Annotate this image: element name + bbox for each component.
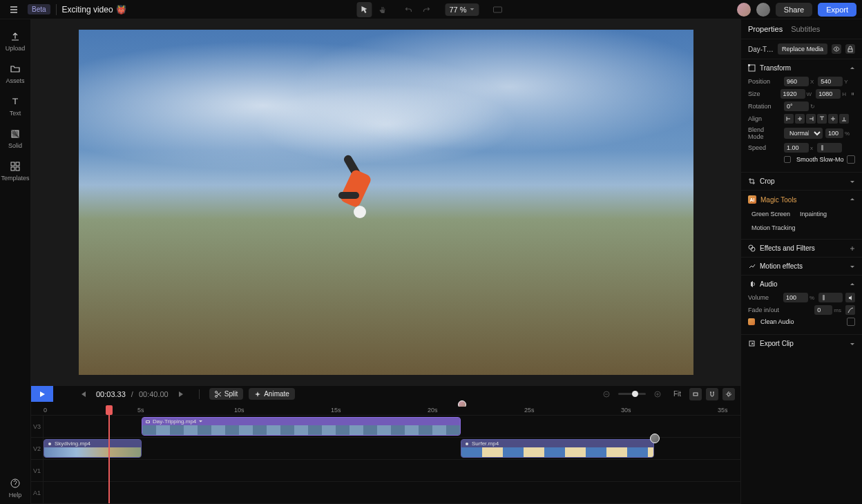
position-x-input[interactable] xyxy=(784,77,809,86)
playhead[interactable] xyxy=(108,407,110,503)
svg-point-13 xyxy=(48,443,51,445)
redo-button[interactable] xyxy=(419,2,434,17)
position-y-input[interactable] xyxy=(818,77,843,86)
play-button[interactable] xyxy=(31,386,53,403)
svg-rect-3 xyxy=(16,162,19,166)
svg-rect-4 xyxy=(11,167,15,171)
preview-canvas[interactable] xyxy=(79,30,693,375)
tab-subtitles[interactable]: Subtitles xyxy=(791,25,820,33)
undo-button[interactable] xyxy=(401,2,416,17)
clip-skydiving[interactable]: Skydiving.mp4 xyxy=(44,439,142,458)
share-button[interactable]: Share xyxy=(776,3,812,17)
clean-audio-toggle[interactable] xyxy=(847,318,855,326)
sidebar-item-assets[interactable]: Assets xyxy=(0,57,30,90)
green-screen-button[interactable]: Green Screen xyxy=(748,209,794,220)
templates-icon xyxy=(10,161,21,172)
prev-frame-button[interactable] xyxy=(75,387,90,402)
export-button[interactable]: Export xyxy=(818,3,856,17)
cursor-tool[interactable] xyxy=(356,2,372,17)
section-transform-header[interactable]: Transform xyxy=(741,59,862,77)
user-avatar-2[interactable] xyxy=(756,3,770,17)
align-center-h-button[interactable] xyxy=(795,114,805,124)
crop-timeline-button[interactable] xyxy=(689,388,702,400)
project-title[interactable]: Exciting video xyxy=(62,5,113,14)
track-a1[interactable]: A1 xyxy=(31,482,740,504)
sidebar-label: Solid xyxy=(8,142,22,149)
svg-rect-5 xyxy=(16,167,19,171)
ai-badge-icon: AI xyxy=(750,197,755,202)
motion-tracking-button[interactable]: Motion Tracking xyxy=(748,222,799,233)
tab-properties[interactable]: Properties xyxy=(748,25,783,33)
link-icon[interactable] xyxy=(850,91,855,97)
lock-button[interactable] xyxy=(845,44,855,54)
size-w-input[interactable] xyxy=(780,89,805,99)
eye-icon xyxy=(833,46,840,52)
user-avatar-1[interactable] xyxy=(737,3,751,17)
opacity-input[interactable] xyxy=(825,128,843,138)
rotation-input[interactable] xyxy=(784,101,809,111)
svg-rect-18 xyxy=(748,64,750,66)
plus-icon xyxy=(850,246,855,251)
smooth-slowmo-toggle[interactable] xyxy=(847,155,855,164)
section-motion-header[interactable]: Motion effects xyxy=(741,258,862,275)
align-left-button[interactable] xyxy=(784,114,794,124)
fade-curve-button[interactable] xyxy=(845,305,855,315)
zoom-value: 77 % xyxy=(449,6,466,14)
align-bottom-icon xyxy=(841,115,847,122)
track-v1[interactable]: V1 xyxy=(31,460,740,482)
sidebar-item-upload[interactable]: Upload xyxy=(0,25,30,57)
clip-surfer[interactable]: Surfer.mp4 xyxy=(461,439,654,458)
split-button[interactable]: Split xyxy=(209,388,243,400)
sidebar-item-solid[interactable]: Solid xyxy=(0,122,30,155)
timeline-zoom-slider[interactable] xyxy=(618,393,646,395)
clip-day-tripping[interactable]: Day-Tripping.mp4 xyxy=(142,417,461,436)
section-magic-header[interactable]: AI Magic Tools xyxy=(741,191,862,209)
animate-button[interactable]: Animate xyxy=(249,388,295,400)
section-audio-header[interactable]: Audio xyxy=(741,275,862,293)
zoom-display[interactable]: 77 % xyxy=(445,3,479,16)
sidebar-item-text[interactable]: Text xyxy=(0,90,30,122)
replace-media-button[interactable]: Replace Media xyxy=(778,43,827,55)
sparkle-icon xyxy=(254,391,261,398)
section-effects-header[interactable]: Effects and Filters xyxy=(741,240,862,257)
svg-rect-16 xyxy=(848,49,852,52)
inpainting-button[interactable]: Inpainting xyxy=(796,209,830,220)
track-v2[interactable]: V2 Skydiving.mp4 Surfer.mp4 xyxy=(31,438,740,460)
speed-slider[interactable] xyxy=(817,143,842,153)
fit-button[interactable]: Fit xyxy=(669,388,685,400)
svg-rect-11 xyxy=(693,393,698,396)
aspect-button[interactable] xyxy=(490,2,506,17)
sidebar-item-help[interactable]: Help xyxy=(0,472,30,504)
section-crop-header[interactable]: Crop xyxy=(741,173,862,190)
chevron-down-icon xyxy=(198,419,203,424)
volume-input[interactable] xyxy=(783,293,808,302)
volume-slider[interactable] xyxy=(818,293,843,302)
speed-input[interactable] xyxy=(784,143,809,153)
align-bottom-button[interactable] xyxy=(839,114,849,124)
size-h-input[interactable] xyxy=(816,89,841,99)
visibility-button[interactable] xyxy=(832,44,841,54)
mute-button[interactable] xyxy=(845,293,855,302)
blend-mode-select[interactable]: Normal xyxy=(784,128,823,139)
smooth-slowmo-checkbox[interactable] xyxy=(784,156,791,163)
settings-button[interactable] xyxy=(722,388,735,400)
hand-tool[interactable] xyxy=(374,2,390,17)
skip-forward-icon xyxy=(178,390,186,398)
zoom-in-button[interactable] xyxy=(650,387,665,402)
fade-input[interactable] xyxy=(814,305,832,315)
align-center-v-button[interactable] xyxy=(828,114,838,124)
align-top-button[interactable] xyxy=(817,114,827,124)
sidebar-item-templates[interactable]: Templates xyxy=(0,155,30,187)
section-export-clip-header[interactable]: Export Clip xyxy=(741,335,862,352)
next-frame-button[interactable] xyxy=(174,387,189,402)
track-v3[interactable]: V3 Day-Tripping.mp4 xyxy=(31,416,740,438)
magnet-button[interactable] xyxy=(706,388,718,400)
crop-icon xyxy=(691,390,700,398)
svg-point-14 xyxy=(466,443,468,445)
menu-button[interactable] xyxy=(6,1,22,18)
timeline-ruler[interactable]: 0 5s 10s 15s 20s 25s 30s 35s xyxy=(31,407,740,416)
preview-area xyxy=(31,19,740,385)
align-right-button[interactable] xyxy=(806,114,816,124)
time-separator: / xyxy=(131,390,133,398)
zoom-out-button[interactable] xyxy=(599,387,614,402)
